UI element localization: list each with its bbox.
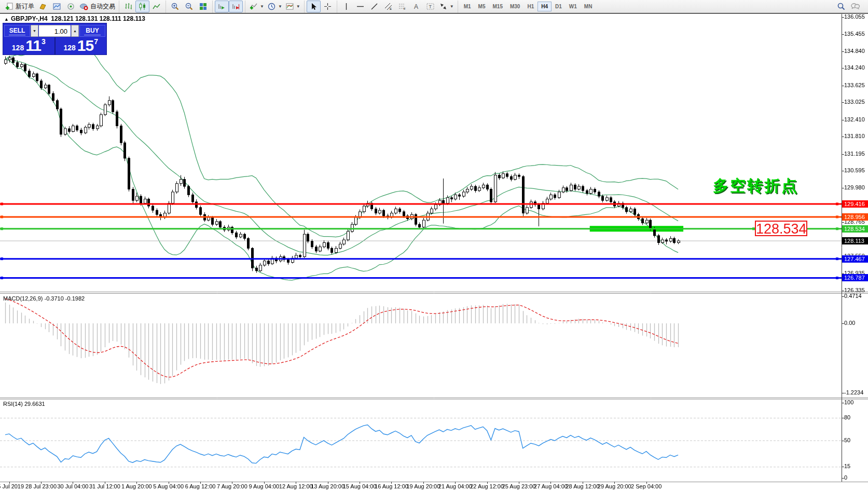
price-level-label: 128.113 xyxy=(842,237,868,244)
templates-icon xyxy=(285,2,294,11)
market-watch-button[interactable] xyxy=(36,1,50,12)
vertical-line-icon xyxy=(342,2,351,11)
dropdown-arrow-icon: ▼ xyxy=(260,4,264,9)
new-chart-button[interactable] xyxy=(50,1,64,12)
buy-price[interactable]: 128157 xyxy=(54,37,107,54)
zoom-out-button[interactable] xyxy=(182,1,196,12)
auto-trading-button[interactable]: 自动交易 xyxy=(78,1,117,12)
line-chart-button[interactable] xyxy=(149,1,163,12)
time-axis-label: 9 Aug 04:00 xyxy=(249,483,280,489)
signals-icon xyxy=(66,2,75,11)
macd-tick-label: 0.4714 xyxy=(844,293,862,299)
candlestick-chart-icon xyxy=(138,2,147,11)
fibonacci-button[interactable]: F xyxy=(395,1,409,12)
chat-icon xyxy=(850,2,860,11)
toolbar-group-drawing: E F A T ▼ xyxy=(337,1,458,13)
buy-button[interactable]: BUY xyxy=(79,25,105,37)
price-level-label: 127.467 xyxy=(842,255,868,263)
bar-chart-icon xyxy=(124,2,133,11)
tab-timeframe-M15[interactable]: M15 xyxy=(489,2,506,11)
time-axis-label: 27 Aug 04:00 xyxy=(534,483,568,489)
chat-button[interactable] xyxy=(848,1,862,12)
zoom-in-button[interactable] xyxy=(168,1,182,12)
toolbar: 新订单 自动交易 ▼ ▼ ▼ xyxy=(0,0,868,13)
time-axis-label: 16 Aug 12:00 xyxy=(375,483,408,489)
signals-button[interactable] xyxy=(64,1,78,12)
candlestick-chart-button[interactable] xyxy=(135,1,149,12)
symbol-period-label: GBPJPY-,H4 xyxy=(11,15,48,22)
cursor-button[interactable] xyxy=(307,1,321,12)
price-tick-label: 132.410 xyxy=(844,116,865,122)
bar-chart-button[interactable] xyxy=(121,1,135,12)
volume-input[interactable]: 1.00 xyxy=(39,25,71,37)
sell-button[interactable]: SELL xyxy=(4,25,30,37)
new-order-icon xyxy=(5,2,14,11)
tile-windows-button[interactable] xyxy=(196,1,210,12)
auto-trading-icon xyxy=(79,2,89,11)
cursor-arrow-icon xyxy=(309,2,318,11)
equidistant-channel-button[interactable]: E xyxy=(381,1,395,12)
time-axis-label: 28 Jul 23:00 xyxy=(25,483,57,489)
annotation-level-box: 128.534 xyxy=(755,221,807,236)
svg-text:E: E xyxy=(390,7,392,10)
tab-timeframe-M30[interactable]: M30 xyxy=(506,2,523,11)
tab-timeframe-H4[interactable]: H4 xyxy=(538,2,552,11)
tab-timeframe-MN[interactable]: MN xyxy=(581,2,596,11)
tab-timeframe-H1[interactable]: H1 xyxy=(523,2,538,11)
tab-timeframe-M1[interactable]: M1 xyxy=(460,2,475,11)
volume-up-button[interactable]: ▲ xyxy=(71,25,79,37)
chart-shift-button[interactable] xyxy=(229,1,243,12)
new-chart-icon xyxy=(52,2,61,11)
time-axis-label: 29 Aug 20:00 xyxy=(598,483,631,489)
collapse-panel-icon[interactable]: ▲ xyxy=(4,17,9,22)
macd-tick-label: 0.00 xyxy=(844,320,855,326)
time-axis-label: 22 Aug 12:00 xyxy=(470,483,504,489)
price-tick-label: 134.840 xyxy=(844,48,865,54)
auto-scroll-button[interactable] xyxy=(215,1,229,12)
arrows-icon xyxy=(439,2,448,11)
svg-text:F: F xyxy=(404,7,406,10)
tab-timeframe-D1[interactable]: D1 xyxy=(552,2,566,11)
toolbar-group-orders: 新订单 自动交易 xyxy=(2,1,119,13)
toolbar-group-chart-type xyxy=(119,1,166,13)
timeframe-group: M1M5M15M30H1H4D1W1MN xyxy=(458,1,598,13)
trading-terminal: 新订单 自动交易 ▼ ▼ ▼ xyxy=(0,0,868,491)
price-tick-label: 136.055 xyxy=(844,13,865,20)
time-axis-label: 30 Jul 04:00 xyxy=(58,483,89,489)
toolbar-group-scroll xyxy=(212,1,245,13)
vertical-line-button[interactable] xyxy=(339,1,353,12)
text-label-button[interactable]: T xyxy=(423,1,437,12)
svg-text:A: A xyxy=(414,3,418,10)
periods-clock-icon xyxy=(267,2,276,11)
dropdown-arrow-icon: ▼ xyxy=(296,4,300,9)
new-order-label: 新订单 xyxy=(16,2,34,11)
price-level-label: 128.956 xyxy=(842,213,868,221)
volume-down-button[interactable]: ▼ xyxy=(31,25,38,37)
new-order-button[interactable]: 新订单 xyxy=(4,1,36,12)
dropdown-arrow-icon: ▼ xyxy=(278,4,282,9)
time-axis-label: 7 Aug 20:00 xyxy=(217,483,247,489)
sell-price[interactable]: 128113 xyxy=(3,37,54,54)
templates-button[interactable]: ▼ xyxy=(284,1,302,12)
rsi-tick-label: 15 xyxy=(844,463,850,469)
search-button[interactable] xyxy=(834,1,848,12)
sell-price-big: 11 xyxy=(25,39,41,52)
text-button[interactable]: A xyxy=(409,1,423,12)
search-icon xyxy=(837,2,846,11)
toolbar-group-cursor xyxy=(304,1,337,13)
crosshair-button[interactable] xyxy=(321,1,335,12)
arrows-button[interactable]: ▼ xyxy=(437,1,456,12)
periods-button[interactable]: ▼ xyxy=(266,1,284,12)
price-level-label: 129.416 xyxy=(842,200,868,208)
price-tick-label: 135.455 xyxy=(844,31,865,37)
tab-timeframe-W1[interactable]: W1 xyxy=(566,2,581,11)
trendline-button[interactable] xyxy=(367,1,381,12)
equidistant-channel-icon: E xyxy=(384,2,393,11)
horizontal-line-button[interactable] xyxy=(353,1,367,12)
tab-timeframe-M5[interactable]: M5 xyxy=(475,2,489,11)
time-axis-label: 15 Aug 04:00 xyxy=(343,483,377,489)
sell-price-sup: 3 xyxy=(42,37,46,46)
indicators-button[interactable]: ▼ xyxy=(247,1,266,12)
time-axis-label: 5 Aug 04:00 xyxy=(153,483,184,489)
price-tick-label: 131.810 xyxy=(844,133,865,139)
